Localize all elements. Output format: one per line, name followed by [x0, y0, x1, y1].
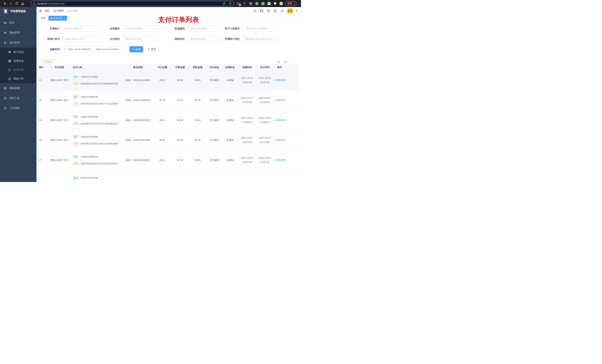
- pay-status-select[interactable]: 请选择支付状态: [123, 36, 159, 42]
- table-row: 17 微信 JSAPI 支付 商户1635311468233 支付4200001…: [39, 150, 299, 170]
- sidebar-item-app-info[interactable]: 应用信息: [0, 57, 36, 65]
- channel-order-no-input[interactable]: [62, 36, 100, 42]
- tab-pay-order[interactable]: 支付订单 ×: [49, 16, 67, 21]
- chevron-down-icon: [32, 97, 33, 100]
- owner-merchant-input[interactable]: [62, 26, 100, 32]
- extension-y-icon[interactable]: y: [261, 2, 265, 5]
- sidebar-item-system[interactable]: 系统管理: [0, 28, 36, 38]
- sidebar-item-infrastructure[interactable]: 基础设施: [0, 83, 36, 93]
- col-notify: 回调状态: [222, 66, 238, 69]
- font-size-icon[interactable]: TT: [280, 9, 284, 13]
- app-id-select[interactable]: 请选择应用信息: [123, 26, 159, 32]
- extensions-puzzle-icon[interactable]: [273, 2, 277, 5]
- view-detail-link[interactable]: 查看详情: [273, 138, 286, 142]
- sidebar-item-payment[interactable]: ¥ 支付管理: [0, 38, 36, 48]
- merchant-order-no-input-wrap: [243, 26, 279, 32]
- browser-update-button[interactable]: 更新: [285, 1, 296, 6]
- merchant-order-no-input[interactable]: [243, 26, 279, 32]
- svg-text:y: y: [262, 3, 263, 5]
- github-icon[interactable]: [260, 9, 263, 13]
- bookmark-star-icon[interactable]: [228, 2, 232, 5]
- table-header: 编号 支付渠道 支付订单 商品标题 支付金额 手续金额 退款金额 支付状态 回调…: [39, 64, 299, 70]
- pay-tag: 支付: [73, 82, 79, 86]
- clock-icon: [64, 48, 67, 51]
- help-icon[interactable]: ?: [267, 9, 270, 13]
- col-channel: 支付渠道: [46, 66, 73, 69]
- pay-tag: 支付: [73, 122, 79, 125]
- sidebar-item-label: 首页: [9, 21, 14, 24]
- pay-status-select-wrap: 请选择支付状态: [123, 36, 159, 42]
- forward-icon[interactable]: [9, 2, 12, 5]
- home-icon[interactable]: [21, 2, 24, 5]
- view-detail-link[interactable]: 查看详情: [273, 119, 286, 122]
- channel-code-select[interactable]: 请输入渠道编码: [188, 26, 220, 32]
- table-row: 19 微信 JSAPI 支付 商户1635311881440 支付4200001…: [39, 110, 299, 130]
- filter-label-notify-status: 回调商户状态: [217, 36, 242, 42]
- profile-emoji-icon[interactable]: [279, 2, 283, 5]
- sidebar-item-label: 研发工具: [9, 96, 20, 100]
- col-created: 创建时间: [238, 66, 256, 69]
- browser-toolbar: localhost:1024/pay/order 10 ⌘: [0, 0, 301, 7]
- sidebar-item-merchant-info[interactable]: 商户信息: [0, 48, 36, 57]
- table-row: 21 微信 JSAPI 支付 商户1635312124657 支付4200001…: [39, 70, 299, 90]
- extension-gem-icon[interactable]: [243, 2, 246, 5]
- extension-chat-icon[interactable]: [267, 2, 271, 5]
- view-detail-link[interactable]: 查看详情: [273, 99, 286, 102]
- page-title-annotation: 支付订单列表: [158, 15, 199, 24]
- sidebar-item-refund-order[interactable]: 退款订单: [0, 74, 36, 83]
- owner-merchant-input-wrap: [62, 26, 100, 32]
- avatar[interactable]: [287, 8, 293, 14]
- search-button[interactable]: 搜索: [129, 46, 143, 52]
- breadcrumb-pay-manage[interactable]: 支付管理: [54, 9, 64, 13]
- svg-text:?: ?: [268, 10, 269, 12]
- yen-icon: ¥: [4, 41, 7, 44]
- filter-label-refund-status: 退款状态: [164, 36, 186, 42]
- sidebar-item-home[interactable]: 首页: [0, 18, 36, 28]
- active-dot-icon: [51, 17, 52, 19]
- extension-blocks-icon[interactable]: 10: [236, 2, 240, 5]
- reload-icon[interactable]: [15, 2, 18, 5]
- sidebar-fold-icon[interactable]: [39, 9, 42, 13]
- caret-down-icon[interactable]: [296, 10, 298, 11]
- date-start: 2021-10-01 00:00:00: [68, 48, 91, 51]
- filter-label-channel-order-no: 渠道订单号: [39, 36, 62, 42]
- toggle-search-icon[interactable]: [276, 60, 281, 65]
- col-id: 编号: [39, 66, 46, 69]
- extension-command-icon[interactable]: ⌘: [249, 2, 252, 5]
- merchant-tag: 商户: [73, 135, 79, 139]
- create-time-range-picker[interactable]: 2021-10-01 00:00:00 - 2021-10-31 23:59:5…: [62, 46, 127, 52]
- briefcase-icon: [4, 97, 7, 100]
- create-time-range-wrap: 2021-10-01 00:00:00 - 2021-10-31 23:59:5…: [62, 46, 127, 52]
- share-icon[interactable]: [223, 2, 226, 5]
- back-icon[interactable]: [3, 2, 7, 5]
- tab-home[interactable]: 首页: [39, 16, 47, 21]
- fullscreen-icon[interactable]: [273, 9, 277, 13]
- sidebar-item-dev-tools[interactable]: 研发工具: [0, 93, 36, 103]
- view-detail-link[interactable]: 查看详情: [273, 79, 286, 82]
- browser-menu-icon[interactable]: [294, 2, 294, 5]
- screen: localhost:1024/pay/order 10 ⌘: [0, 0, 301, 182]
- url-bar[interactable]: localhost:1024/pay/order: [30, 1, 234, 6]
- extension-record-icon[interactable]: [255, 2, 258, 5]
- tab-label: 首页: [41, 17, 45, 20]
- site-info-icon[interactable]: [32, 2, 36, 5]
- breadcrumb-home[interactable]: 首页: [45, 9, 50, 13]
- table-row: 20 微信 JSAPI 支付 商户1635311949168 支付4200001…: [39, 90, 299, 110]
- search-icon[interactable]: [253, 9, 257, 13]
- view-detail-link[interactable]: 查看详情: [273, 158, 286, 162]
- chevron-down-icon: [275, 38, 277, 42]
- notify-status-select[interactable]: 请选择订单回调商户状态: [243, 36, 279, 42]
- close-icon[interactable]: ×: [64, 17, 65, 20]
- filter-label-pay-status: 支付状态: [99, 36, 122, 42]
- chevron-down-icon: [32, 31, 33, 34]
- reset-button[interactable]: 重置: [145, 46, 159, 52]
- refresh-table-icon[interactable]: [283, 60, 288, 65]
- refund-status-select[interactable]: 请选择退款状态: [188, 36, 220, 42]
- extension-badge: 10: [238, 4, 241, 6]
- sidebar-item-workflow[interactable]: 工作流程: [0, 103, 36, 113]
- sidebar-item-label: 系统管理: [9, 31, 20, 34]
- merchant-tag: 商户: [73, 95, 79, 99]
- sidebar-item-label: 应用信息: [13, 59, 24, 63]
- app-title: 芋道管理系统: [10, 10, 26, 13]
- sidebar-item-pay-order[interactable]: ¥ 支付订单: [0, 65, 36, 74]
